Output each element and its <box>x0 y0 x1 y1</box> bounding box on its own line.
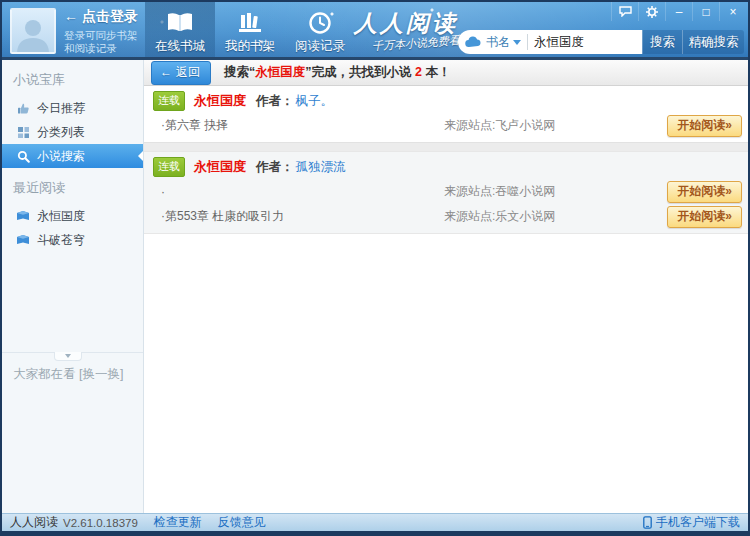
result-block-1: 连载 永恒国度 作者： 枫子。 ·第六章 抉择 来源站点:飞卢小说网 开始阅读» <box>144 86 748 138</box>
phone-icon <box>643 516 652 529</box>
main-tabs: 在线书城 我的书架 <box>145 2 355 57</box>
avatar[interactable] <box>10 8 56 54</box>
tab-label: 我的书架 <box>215 38 285 55</box>
settings-button[interactable] <box>638 2 665 21</box>
grid-icon <box>15 126 31 139</box>
latest-chapter: · <box>144 185 444 199</box>
sidebar-section-novel-treasury: 小说宝库 <box>2 60 143 96</box>
thumbs-up-icon <box>15 102 31 115</box>
search-category-label: 书名 <box>486 34 510 51</box>
book-icon <box>15 234 31 246</box>
sidebar-item-novel-search[interactable]: 小说搜索 <box>2 144 143 168</box>
source-site: 来源站点:飞卢小说网 <box>444 117 667 134</box>
close-icon: × <box>729 5 736 19</box>
open-book-icon <box>145 9 215 36</box>
maximize-icon: □ <box>702 5 709 19</box>
author-name: 孤独漂流 <box>296 159 346 176</box>
result-block-2: 连载 永恒国度 作者： 孤独漂流 · 来源站点:吞噬小说网 开始阅读» ·第55… <box>144 151 748 234</box>
login-button[interactable]: ← 点击登录 <box>64 8 138 26</box>
check-update-link[interactable]: 检查更新 <box>154 514 202 531</box>
feedback-bubble-button[interactable] <box>611 2 638 21</box>
chapter-row: · 来源站点:吞噬小说网 开始阅读» <box>144 179 748 204</box>
sidebar-item-label: 小说搜索 <box>37 148 85 165</box>
result-separator <box>144 142 748 151</box>
sidebar-recent-book-1[interactable]: 永恒国度 <box>2 204 143 228</box>
minimize-icon: – <box>676 5 683 19</box>
app-version: V2.61.0.18379 <box>63 517 138 529</box>
latest-chapter: ·第553章 杜康的吸引力 <box>144 208 444 225</box>
main-panel: ← 返回 搜索“永恒国度”完成，共找到小说 2 本！ 连载 永恒国度 作者： 枫… <box>144 60 748 513</box>
tab-my-bookshelf[interactable]: 我的书架 <box>215 2 285 57</box>
author-name: 枫子。 <box>296 93 334 110</box>
search-icon <box>15 150 31 163</box>
serial-status-badge: 连载 <box>153 157 185 177</box>
login-block: ← 点击登录 登录可同步书架 和阅读记录 <box>64 8 138 55</box>
source-site: 来源站点:吞噬小说网 <box>444 183 667 200</box>
sidebar-item-category-list[interactable]: 分类列表 <box>2 120 143 144</box>
search-category-dropdown[interactable]: 书名 <box>482 34 521 51</box>
app-name: 人人阅读 <box>10 514 58 531</box>
chevron-down-icon <box>65 354 71 358</box>
start-reading-button[interactable]: 开始阅读» <box>667 181 742 203</box>
tab-online-bookstore[interactable]: 在线书城 <box>145 2 215 57</box>
search-box: 书名 <box>458 30 642 54</box>
result-header: 连载 永恒国度 作者： 孤独漂流 <box>144 152 748 179</box>
minimize-button[interactable]: – <box>665 2 692 21</box>
user-panel: ← 点击登录 登录可同步书架 和阅读记录 <box>10 8 138 55</box>
mobile-client-link[interactable]: 手机客户端下载 <box>643 514 740 531</box>
sidebar-item-label: 分类列表 <box>37 124 85 141</box>
chevron-down-icon <box>513 40 521 45</box>
search-summary: 搜索“永恒国度”完成，共找到小说 2 本！ <box>224 64 450 81</box>
book-title: 永恒国度 <box>194 92 246 110</box>
chapter-row: ·第553章 杜康的吸引力 来源站点:乐文小说网 开始阅读» <box>144 204 748 229</box>
status-bar: 人人阅读 V2.61.0.18379 检查更新 反馈意见 手机客户端下载 <box>2 513 748 531</box>
sidebar-divider <box>2 352 143 353</box>
precise-search-button[interactable]: 精确搜索 <box>682 30 744 54</box>
everyone-watching-row: 大家都在看 [换一换] <box>13 366 123 383</box>
start-reading-button[interactable]: 开始阅读» <box>667 206 742 228</box>
start-reading-button[interactable]: 开始阅读» <box>667 115 742 137</box>
tab-reading-history[interactable]: 阅读记录 <box>285 2 355 57</box>
app-logo: 人人阅读 千万本小说免费看! <box>354 8 464 54</box>
window-controls: – □ × <box>611 2 746 21</box>
speech-bubble-icon <box>619 6 632 17</box>
collapse-tab-button[interactable] <box>54 352 82 361</box>
chapter-row: ·第六章 抉择 来源站点:飞卢小说网 开始阅读» <box>144 113 748 138</box>
author-label: 作者： <box>256 159 294 176</box>
source-site: 来源站点:乐文小说网 <box>444 208 667 225</box>
empty-area <box>144 234 748 513</box>
book-title: 永恒国度 <box>194 158 246 176</box>
maximize-button[interactable]: □ <box>692 2 719 21</box>
tab-label: 在线书城 <box>145 38 215 55</box>
sidebar-item-label: 今日推荐 <box>37 100 85 117</box>
back-button[interactable]: ← 返回 <box>151 61 211 85</box>
close-button[interactable]: × <box>719 2 746 21</box>
cloud-icon <box>465 36 482 48</box>
book-icon <box>15 210 31 222</box>
user-silhouette-icon <box>14 14 52 52</box>
latest-chapter: ·第六章 抉择 <box>144 117 444 134</box>
shuffle-link[interactable]: [换一换] <box>79 367 123 381</box>
header: ← 点击登录 登录可同步书架 和阅读记录 在线书城 <box>2 2 748 60</box>
back-arrow-icon: ← <box>64 8 78 24</box>
app-window: ← 点击登录 登录可同步书架 和阅读记录 在线书城 <box>0 0 750 536</box>
clock-icon <box>285 9 355 36</box>
bookshelf-icon <box>215 9 285 36</box>
divider <box>527 34 528 50</box>
search-button[interactable]: 搜索 <box>642 30 682 54</box>
everyone-watching-label: 大家都在看 <box>13 367 76 381</box>
result-header: 连载 永恒国度 作者： 枫子。 <box>144 86 748 113</box>
login-subtitle: 登录可同步书架 和阅读记录 <box>64 29 138 55</box>
feedback-link[interactable]: 反馈意见 <box>218 514 266 531</box>
sidebar: 小说宝库 今日推荐 <box>2 60 144 513</box>
sidebar-section-recent-reading: 最近阅读 <box>2 168 143 204</box>
search-input[interactable] <box>534 35 630 49</box>
tab-label: 阅读记录 <box>285 38 355 55</box>
results-toolbar: ← 返回 搜索“永恒国度”完成，共找到小说 2 本！ <box>144 60 748 86</box>
sidebar-recent-book-2[interactable]: 斗破苍穹 <box>2 228 143 252</box>
sidebar-item-label: 斗破苍穹 <box>37 232 85 249</box>
body: 小说宝库 今日推荐 <box>2 60 748 513</box>
author-label: 作者： <box>256 93 294 110</box>
sidebar-item-today-recommend[interactable]: 今日推荐 <box>2 96 143 120</box>
gear-icon <box>646 6 658 18</box>
